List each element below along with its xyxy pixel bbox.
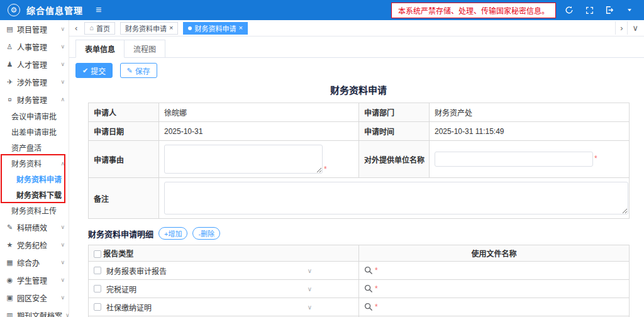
detail-row-audit-report: 财务报表审计报告 ∨ * [89,262,630,280]
chevron-down-icon: ∨ [65,312,69,317]
gear-icon: ⚙ [11,6,18,14]
file-search-icon[interactable] [364,303,373,311]
save-label: 保存 [135,65,150,76]
sidebar-item-label: 财务资料申请 [16,174,62,184]
tags-bar: ‹ ⌂ 首页 财务资料申请 × 财务资料申请 × › ∨ [69,20,644,36]
logout-icon[interactable] [602,3,616,17]
delete-row-button[interactable]: -删除 [192,227,220,240]
close-icon[interactable]: × [238,25,242,31]
page-title: 财务资料申请 [88,83,629,96]
file-search-icon[interactable] [364,284,373,293]
report-type-select[interactable]: 社保缴纳证明 [106,302,152,313]
sidebar-item-student-mgmt[interactable]: ◉ 学生管理 ∨ [0,271,69,289]
pencil-icon: ✎ [6,223,14,231]
chevron-up-icon: ∧ [60,160,65,167]
reason-textarea[interactable] [164,145,323,174]
sidebar-toggle-icon[interactable]: ≡ [96,5,101,15]
sidebar-item-talent-mgmt[interactable]: ♟ 人才管理 ∨ [0,55,69,73]
report-type-select[interactable]: 完税证明 [106,284,136,294]
tags-menu-caret-icon[interactable]: ∨ [627,21,643,35]
file-search-icon[interactable] [364,266,373,275]
sidebar-item-finance-doc-download[interactable]: 财务资料下载 [0,187,69,203]
sidebar-item-asset-activation[interactable]: 资产盘活 [0,140,69,155]
sidebar-item-finance-doc-apply[interactable]: 财务资料申请 [0,171,69,187]
chevron-down-icon: ∨ [308,286,312,292]
applicant-label: 申请人 [89,103,159,122]
security-warning-banner: 本系统严禁存储、处理、传输国家秘密信息。 [391,3,556,18]
shield-icon: ▣ [6,294,14,302]
tags-bar-controls: › ∨ [615,21,643,35]
close-icon[interactable]: × [169,25,173,31]
sidebar-item-journal-archive[interactable]: ▥ 期刊文献档案 ∨ [0,306,69,317]
required-asterisk: * [324,165,327,174]
chevron-down-icon: ∨ [60,259,65,265]
report-type-column-header: 报告类型 [103,250,133,259]
sidebar-item-label: 财务资料上传 [11,205,57,216]
reason-label: 申请事由 [89,141,159,178]
sidebar-item-label: 期刊文献档案 [17,310,62,317]
user-menu-caret-icon[interactable] [623,3,636,17]
sidebar-item-general-office[interactable]: ▦ 综合办 ∨ [0,253,69,271]
refresh-icon[interactable] [562,3,576,17]
sidebar-item-hr-mgmt[interactable]: ♙ 人事管理 ∨ [0,38,69,55]
chevron-down-icon: ∨ [60,242,65,248]
tab-label: 财务资料申请 [125,23,167,33]
row-checkbox[interactable] [94,303,101,311]
book-icon: ▥ [6,311,14,317]
chevron-down-icon: ∨ [60,61,65,67]
sidebar-item-party-discipline[interactable]: ★ 党务纪检 ∨ [0,236,69,253]
tab-form-info[interactable]: 表单信息 [75,40,125,58]
sidebar-item-project-mgmt[interactable]: ▤ 项目管理 ∨ [0,20,69,38]
sidebar-item-label: 资产盘活 [11,142,42,153]
active-tab-dot [188,26,192,30]
sidebar-item-finance-docs[interactable]: 财务资料 ∧ [0,155,69,171]
save-button[interactable]: ✎ 保存 [120,63,157,78]
sidebar-item-label: 党务纪检 [17,240,47,250]
sidebar-item-finance-doc-upload[interactable]: 财务资料上传 [0,203,69,218]
sidebar-item-research-performance[interactable]: ✎ 科研绩效 ∨ [0,218,69,236]
chevron-down-icon: ∨ [60,79,65,85]
select-all-checkbox[interactable] [94,250,101,258]
grid-icon: ▦ [6,259,14,267]
currency-icon: ¤ [6,96,14,103]
sidebar-item-trip-approval[interactable]: 出差申请审批 [0,124,69,140]
tags-scroll-left-icon[interactable]: ‹ [73,24,79,32]
tab-finance-doc-apply-inactive[interactable]: 财务资料申请 × [120,22,178,35]
chevron-down-icon: ∨ [60,43,65,50]
row-checkbox[interactable] [94,267,101,274]
toolbar: ✔ 提交 ✎ 保存 [69,58,644,82]
chevron-down-icon: ∨ [308,267,312,274]
page-body: 表单信息 流程图 ✔ 提交 ✎ 保存 财务资料申请 申请人 徐皖娜 [69,36,644,317]
apply-date-label: 申请日期 [89,122,159,141]
tags-scroll-right-icon[interactable]: › [615,21,627,35]
edit-icon: ✎ [127,67,133,74]
fullscreen-icon[interactable] [582,3,596,17]
sidebar-item-campus-security[interactable]: ▣ 园区安全 ∨ [0,289,69,306]
form-tab-bar: 表单信息 流程图 [69,40,644,58]
sidebar-item-finance-mgmt[interactable]: ¤ 财务管理 ∧ [0,91,69,108]
submit-button[interactable]: ✔ 提交 [75,63,113,78]
add-row-button[interactable]: +增加 [158,227,187,240]
sidebar-item-foreign-affairs[interactable]: ✈ 涉外管理 ∨ [0,73,69,91]
tab-flow-chart[interactable]: 流程图 [125,40,165,58]
sidebar-item-label: 科研绩效 [17,222,47,233]
home-icon: ⌂ [89,25,94,31]
report-type-select[interactable]: 财务报表审计报告 [106,265,167,276]
form-row-date: 申请日期 2025-10-31 申请时间 2025-10-31 11:15:49 [89,122,630,141]
check-icon: ✔ [82,67,88,74]
external-unit-input[interactable] [435,152,593,167]
form-row-applicant: 申请人 徐皖娜 申请部门 财务资产处 [89,103,630,122]
tab-home[interactable]: ⌂ 首页 [84,22,115,35]
detail-section-header: 财务资料申请明细 +增加 -删除 [88,227,644,240]
detail-title: 财务资料申请明细 [88,228,153,240]
submit-label: 提交 [91,65,106,76]
row-checkbox[interactable] [94,285,101,292]
star-icon: ★ [6,241,14,249]
globe-icon: ✈ [6,78,14,86]
sidebar-item-meeting-approval[interactable]: 会议申请审批 [0,108,69,124]
chevron-down-icon: ∨ [308,304,312,311]
required-asterisk: * [375,266,378,275]
tab-finance-doc-apply-active[interactable]: 财务资料申请 × [183,22,247,35]
remark-textarea[interactable] [164,182,628,214]
remark-label: 备注 [89,178,159,219]
